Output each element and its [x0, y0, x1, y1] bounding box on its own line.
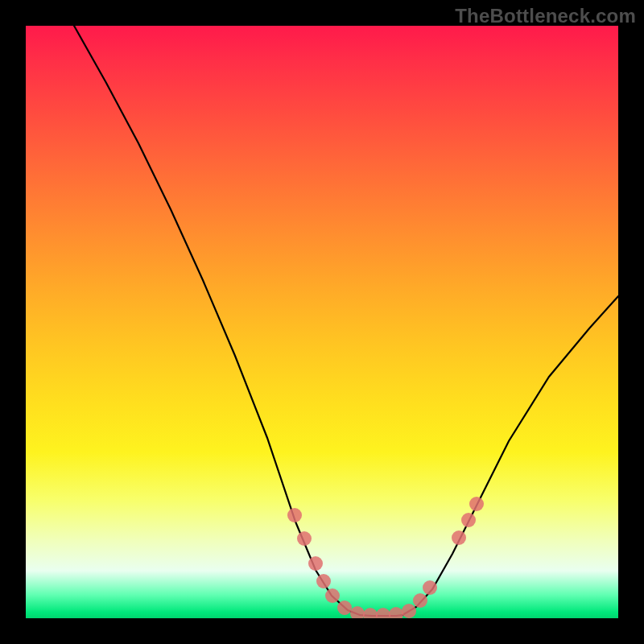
marker-dot	[413, 593, 427, 608]
marker-dot	[287, 508, 302, 522]
marker-dot	[308, 556, 323, 571]
marker-dot	[376, 608, 390, 618]
watermark-text: TheBottleneck.com	[455, 5, 636, 27]
marker-group	[287, 497, 484, 618]
marker-dot	[469, 497, 484, 511]
marker-dot	[316, 574, 331, 588]
right-curve	[402, 296, 618, 615]
curve-group	[74, 26, 618, 616]
marker-dot	[297, 531, 312, 546]
left-curve	[74, 26, 360, 615]
marker-dot	[461, 513, 476, 527]
marker-dot	[389, 607, 403, 618]
marker-dot	[423, 580, 437, 595]
marker-dot	[452, 530, 466, 545]
chart-frame: TheBottleneck.com	[0, 0, 644, 644]
marker-dot	[337, 601, 352, 615]
plot-area	[26, 26, 618, 618]
marker-dot	[363, 608, 378, 618]
marker-dot	[402, 604, 416, 618]
marker-dot	[325, 588, 340, 603]
marker-dot	[350, 606, 365, 618]
chart-svg	[26, 26, 618, 618]
